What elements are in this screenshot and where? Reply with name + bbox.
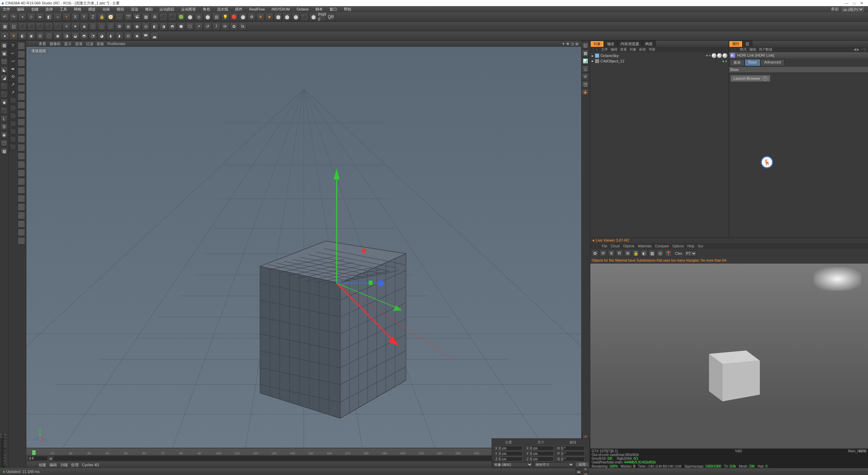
- toolbar-button[interactable]: ＋: [62, 13, 71, 21]
- toolbar-button[interactable]: ◌: [45, 32, 53, 40]
- om-menu-view[interactable]: 查看: [620, 47, 627, 52]
- toolbar-button[interactable]: 🧭: [106, 13, 115, 21]
- toolbar-button[interactable]: ✿: [230, 22, 238, 31]
- texture-preset[interactable]: [18, 212, 25, 219]
- toolbar-button[interactable]: ↷: [9, 13, 18, 21]
- toolbar-button[interactable]: ◒: [71, 32, 79, 40]
- coords-obj-mode[interactable]: 对象 (相对): [493, 462, 533, 467]
- toolbar-button[interactable]: ⤻: [9, 58, 16, 64]
- toolbar-button[interactable]: ◕: [98, 32, 106, 40]
- om-menu-objects[interactable]: 对象: [630, 47, 636, 52]
- coord-pos-input[interactable]: [499, 451, 522, 456]
- toolbar-button[interactable]: ⬌: [36, 13, 44, 21]
- menu-plugins[interactable]: 插件: [234, 6, 244, 12]
- toolbar-button[interactable]: ⬛: [9, 120, 16, 127]
- texture-preset[interactable]: [18, 76, 25, 83]
- menu-snap[interactable]: 捕捉: [87, 6, 97, 12]
- toolbar-button[interactable]: ⬌: [9, 65, 16, 72]
- coord-rot-input[interactable]: [561, 446, 585, 451]
- menu-script[interactable]: 脚本: [314, 6, 324, 12]
- menu-realflow[interactable]: RealFlow: [248, 7, 266, 12]
- toolbar-button[interactable]: ▦: [1, 42, 7, 49]
- toolbar-button[interactable]: ▣: [1, 50, 7, 57]
- menu-mesh[interactable]: 网格: [73, 6, 83, 12]
- texture-preset[interactable]: [18, 152, 25, 160]
- timeline-option-button[interactable]: ◫: [583, 472, 589, 475]
- toolbar-button[interactable]: ◌: [106, 22, 115, 31]
- toolbar-button[interactable]: ◱: [9, 22, 18, 31]
- texture-preset[interactable]: [18, 161, 25, 168]
- maximize-button[interactable]: □: [853, 1, 855, 5]
- toolbar-button[interactable]: ◛: [151, 32, 159, 40]
- viewport-nav-icon[interactable]: ✦: [562, 42, 565, 46]
- toolbar-button[interactable]: L: [1, 115, 7, 122]
- coord-size-input[interactable]: [530, 446, 554, 451]
- toolbar-button[interactable]: ◉: [1, 132, 7, 138]
- tab-content-browser[interactable]: 内容浏览器: [617, 41, 642, 47]
- toolbar-button[interactable]: 🎬: [124, 13, 132, 21]
- lv-toolbar-button[interactable]: 🔒: [632, 250, 639, 257]
- toolbar-button[interactable]: ⬛: [9, 144, 16, 150]
- menu-file[interactable]: 文件: [1, 6, 12, 12]
- texture-preset[interactable]: [18, 169, 25, 177]
- toolbar-button[interactable]: ↶: [1, 13, 9, 21]
- toolbar-button[interactable]: ◓: [168, 22, 176, 31]
- toolbar-button[interactable]: 🎥: [115, 13, 123, 21]
- texture-preset[interactable]: [18, 42, 25, 50]
- menu-tracker[interactable]: 运动跟踪: [158, 6, 176, 12]
- frame-start-input[interactable]: [28, 456, 48, 461]
- toolbar-button[interactable]: ★: [265, 13, 273, 21]
- toolbar-button[interactable]: ◆: [1, 99, 7, 106]
- toolbar-button[interactable]: ⚙: [248, 13, 256, 21]
- toolbar-button[interactable]: ◉: [133, 22, 141, 31]
- perspective-viewport[interactable]: 透视视图: [26, 47, 581, 448]
- am-menu-userdata[interactable]: 用户数据: [759, 47, 772, 52]
- cube-object[interactable]: [260, 241, 406, 418]
- toolbar-button[interactable]: ☀: [256, 13, 264, 21]
- menu-select[interactable]: 选择: [44, 6, 54, 12]
- toolbar-button[interactable]: ⬤: [239, 13, 247, 21]
- toolbar-button[interactable]: ☀: [9, 32, 18, 40]
- coord-size-input[interactable]: [530, 457, 554, 461]
- coord-rot-input[interactable]: [561, 451, 585, 456]
- toolbar-button[interactable]: ◙: [133, 32, 141, 40]
- texture-preset[interactable]: [18, 127, 25, 134]
- toolbar-button[interactable]: ⬚: [1, 58, 7, 65]
- toolbar-button[interactable]: ◚: [142, 32, 150, 40]
- toolbar-button[interactable]: ✦: [71, 22, 79, 31]
- lv-toolbar-button[interactable]: ⟳: [600, 250, 607, 257]
- toolbar-button[interactable]: ⊹: [27, 13, 35, 21]
- toolbar-button[interactable]: ⬛: [159, 13, 167, 21]
- texture-preset[interactable]: [18, 203, 25, 211]
- menu-octane[interactable]: Octane: [295, 7, 310, 12]
- toolbar-button[interactable]: 📽: [133, 13, 141, 21]
- toolbar-button[interactable]: ⟳: [221, 22, 229, 31]
- om-menu-tags[interactable]: 标链: [639, 47, 646, 52]
- toolbar-button[interactable]: ⬛: [27, 22, 35, 31]
- toolbar-button[interactable]: ⬤: [283, 13, 291, 21]
- toolbar-button[interactable]: fx: [239, 22, 247, 31]
- tab-create[interactable]: 创建: [39, 462, 46, 468]
- lv-toolbar-button[interactable]: ✿: [592, 250, 598, 257]
- menu-render[interactable]: 渲染: [130, 6, 140, 12]
- toolbar-button[interactable]: S: [1, 124, 7, 130]
- toolbar-button[interactable]: ◎: [195, 13, 203, 21]
- toolbar-button[interactable]: ◗: [115, 32, 123, 40]
- menu-simulate[interactable]: 模拟: [115, 6, 125, 12]
- menu-mograph[interactable]: 运动图形: [180, 6, 197, 12]
- toolbar-button[interactable]: ⬤: [274, 13, 282, 21]
- toolbar-button[interactable]: ⬛: [9, 112, 16, 119]
- close-button[interactable]: ✕: [860, 1, 863, 5]
- coord-pos-input[interactable]: [499, 446, 522, 451]
- tab-layers[interactable]: 层: [743, 41, 752, 47]
- toolbar-button[interactable]: ⚙: [151, 13, 159, 21]
- object-tag[interactable]: [712, 53, 716, 58]
- texture-preset[interactable]: [18, 59, 25, 66]
- attr-tab-advanced[interactable]: Advanced: [761, 59, 785, 66]
- lv-menu-compare[interactable]: Compare: [655, 244, 669, 248]
- lv-toolbar-button[interactable]: ◐: [640, 250, 647, 257]
- toolbar-button[interactable]: ▦: [1, 148, 7, 155]
- tab-structure[interactable]: 构造: [642, 41, 656, 47]
- tab-texture[interactable]: 纹理: [71, 462, 79, 468]
- menu-pipeline[interactable]: 流水线: [216, 6, 230, 12]
